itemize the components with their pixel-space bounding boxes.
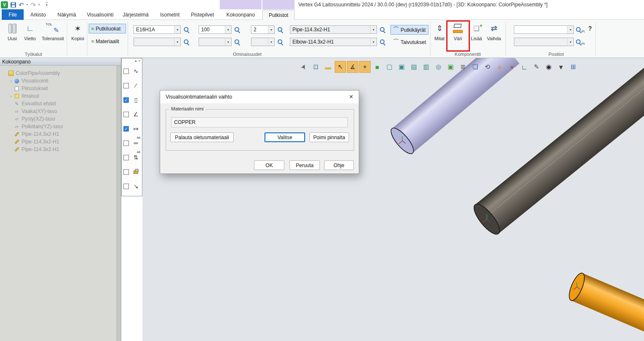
new-window-icon[interactable]: ⊞ — [568, 61, 579, 73]
delete-icon[interactable]: × — [506, 61, 518, 73]
pin-icon[interactable]: ➤ — [296, 59, 311, 74]
vertical-pipe-tool-icon[interactable]: ▯ — [131, 96, 140, 103]
vertical-pipe-tool-checkbox[interactable]: ✓ — [123, 97, 129, 103]
list-icon[interactable]: ≣ — [457, 61, 469, 73]
ok-button[interactable]: OK — [254, 160, 284, 170]
tree-scrollbar[interactable] — [117, 66, 121, 341]
box-lines-icon[interactable]: ▤ — [408, 61, 420, 73]
ruler-icon[interactable]: ▬ — [322, 61, 334, 73]
combo-arrow-icon[interactable]: ▾ — [268, 38, 274, 46]
restore-default-material-button[interactable]: Palauta oletusmateriaali — [170, 132, 234, 142]
lock-tool-checkbox[interactable] — [123, 169, 129, 175]
search-icon[interactable] — [576, 39, 582, 45]
tree-item-visualisointi[interactable]: ›Visualisointi — [0, 77, 121, 85]
alt-vertical-tool-icon[interactable]: Alt⇅ — [131, 154, 140, 161]
help-dialog-button[interactable]: Ohje — [324, 160, 354, 170]
size-combo-2[interactable]: ▾ — [199, 38, 232, 46]
tab-kokoonpano[interactable]: Kokoonpano — [220, 10, 262, 20]
pipe-orange[interactable] — [566, 271, 644, 341]
slope-tool-checkbox[interactable] — [123, 83, 129, 88]
axes-icon[interactable]: ∟ — [518, 61, 530, 73]
vaihda-button[interactable]: ⇄ Vaihda — [485, 22, 503, 41]
snap-angle-icon[interactable]: ∡ — [347, 61, 358, 73]
position-combo-2[interactable]: ▾ — [514, 38, 574, 46]
search-icon[interactable] — [234, 27, 240, 33]
combo-arrow-icon[interactable]: ▾ — [225, 26, 231, 33]
pipe-class-combo[interactable]: E16H1A▾ — [134, 25, 181, 34]
tree-item-pipe-114-3x2-h1[interactable]: Pipe-114.3x2-H1 — [0, 138, 121, 146]
filter-icon[interactable]: ▼ — [555, 61, 567, 73]
box-wire-icon[interactable]: ▢ — [384, 61, 395, 73]
tree-item-pipe-114-3x2-h1[interactable]: Pipe-114.3x2-H1 — [0, 146, 121, 153]
pipe-dark-gray[interactable] — [470, 58, 644, 238]
taivutukset-toggle[interactable]: ⌒ Taivutukset — [390, 37, 428, 47]
tab-isometrit[interactable]: Isometrit — [154, 10, 186, 20]
tree-item-esivalitut-ehdot[interactable]: ✎Esivalitut ehdot — [0, 100, 121, 107]
tree-item-poikittais-yz-taso[interactable]: ▱Poikittais(YZ)-taso — [0, 123, 121, 130]
pipe-component-combo[interactable]: Pipe-114.3x2-H1▾ — [290, 25, 377, 34]
uusi-button[interactable]: Uusi — [3, 22, 21, 41]
search-icon[interactable] — [234, 39, 240, 45]
count-combo-2[interactable]: ▾ — [251, 38, 275, 46]
alt-horizontal-tool-icon[interactable]: Alt═ — [131, 140, 140, 146]
pick-from-surface-button[interactable]: Poimi pinnalta — [309, 132, 349, 142]
search-icon[interactable] — [379, 27, 386, 33]
search-icon[interactable] — [183, 39, 190, 45]
polyline-tool-icon[interactable]: ∿ — [131, 68, 140, 74]
expander-icon[interactable]: › — [8, 79, 14, 83]
tab-visualisointi[interactable]: Visualisointi — [83, 10, 117, 20]
combo-arrow-icon[interactable]: ▾ — [370, 38, 377, 46]
visibility-eye-icon[interactable]: ◉ — [543, 61, 554, 73]
snap-pointer-tool-icon[interactable]: ↘ — [131, 183, 140, 190]
elbow-component-combo[interactable]: Elbow-114.3x2-H1▾ — [290, 38, 377, 46]
lock-tool-icon[interactable] — [131, 168, 140, 175]
pipe-class-combo-2[interactable]: ▾ — [134, 38, 181, 46]
polyline-tool-checkbox[interactable] — [123, 69, 129, 74]
tree-item-pipe-114-3x2-h1[interactable]: Pipe-114.3x2-H1 — [0, 130, 121, 138]
undo-menu-caret-icon[interactable]: ▾ — [27, 3, 28, 6]
combo-arrow-icon[interactable]: ▾ — [370, 26, 377, 33]
alt-vertical-tool-checkbox[interactable] — [123, 155, 129, 160]
snap-pointer-tool-checkbox[interactable] — [123, 184, 129, 189]
kopioi-button[interactable]: ✶ Kopioi — [68, 22, 87, 41]
lisaa-button[interactable]: ❏+ Lisää — [469, 22, 484, 41]
annotate-pencil-icon[interactable]: ✎ — [531, 61, 542, 73]
save-icon[interactable] — [11, 2, 16, 8]
combo-arrow-icon[interactable]: ▾ — [174, 38, 180, 46]
combo-arrow-icon[interactable]: ▾ — [567, 38, 573, 46]
expander-icon[interactable]: › — [8, 94, 14, 99]
pipe-lavender[interactable] — [387, 58, 519, 157]
snap-cursor-icon[interactable]: ↖ — [335, 61, 346, 73]
flow-direction-tool-checkbox[interactable]: ✓ — [123, 126, 129, 132]
tree-item-colorpipeassembly[interactable]: ColorPipeAssembly — [0, 69, 121, 77]
tree-item-ilmaisut[interactable]: ›Ilmaisut — [0, 92, 121, 100]
materiaalit-toggle[interactable]: ≈ Materiaalit — [89, 36, 126, 46]
strip-collapse-icon[interactable]: ▴ — [135, 59, 136, 63]
putkiluokat-toggle[interactable]: ≈ Putkiluokat — [89, 24, 126, 33]
combo-arrow-icon[interactable]: ▾ — [268, 26, 274, 33]
tab-file[interactable]: File — [2, 9, 24, 20]
tab-putkistot[interactable]: Putkistot — [262, 10, 295, 20]
cancel-button[interactable]: Peruuta — [289, 160, 320, 170]
search-icon[interactable] — [379, 39, 386, 45]
count-combo[interactable]: 2▾ — [251, 25, 275, 34]
tab-pistepilvet[interactable]: Pistepilvet — [188, 10, 217, 20]
revolve-icon[interactable]: ⟲ — [482, 61, 493, 73]
flow-direction-tool-icon[interactable]: ↦ — [131, 125, 140, 132]
combo-arrow-icon[interactable]: ▾ — [567, 26, 573, 33]
box-shaded-icon[interactable]: ▣ — [396, 61, 407, 73]
cylinder-view-icon[interactable]: ◎ — [433, 61, 444, 73]
combo-arrow-icon[interactable]: ▾ — [174, 26, 180, 33]
search-icon[interactable] — [277, 39, 284, 45]
tree-item-piirustukset[interactable]: Piirustukset — [0, 85, 121, 92]
combo-arrow-icon[interactable]: ▾ — [225, 38, 231, 46]
tab-n-kym-[interactable]: Näkymä — [53, 10, 80, 20]
slope-tool-icon[interactable]: ∕ — [131, 82, 140, 89]
material-name-input[interactable] — [171, 117, 348, 127]
snap-point-icon[interactable]: ⌖ — [359, 61, 371, 73]
box-green-icon[interactable]: ▣ — [445, 61, 456, 73]
layers-icon[interactable]: ≡ — [494, 61, 505, 73]
tab-j-rjestelm-[interactable]: Järjestelmä — [120, 10, 151, 20]
toleranssit-button[interactable]: TOL✎ Toleranssit — [40, 22, 66, 41]
search-icon[interactable] — [277, 27, 284, 33]
